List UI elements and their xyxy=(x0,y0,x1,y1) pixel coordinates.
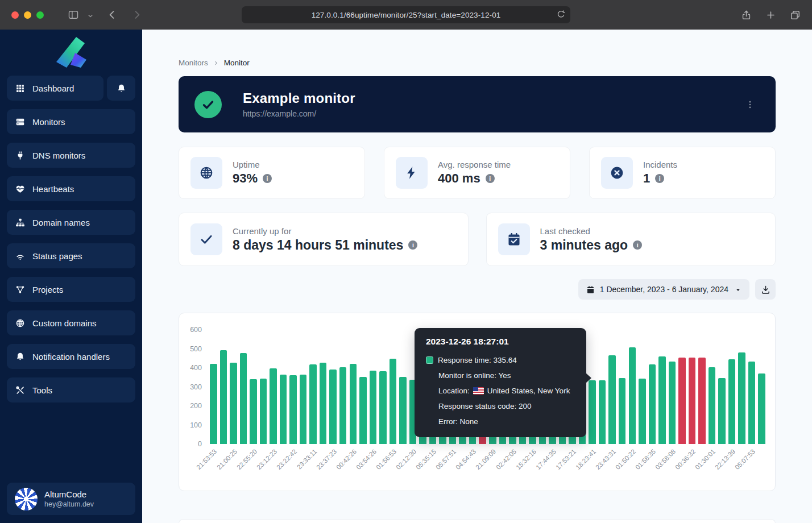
chevron-down-icon[interactable] xyxy=(87,11,94,18)
share-icon[interactable] xyxy=(741,10,752,20)
user-email: hey@altum.dev xyxy=(44,500,94,508)
info-icon[interactable]: i xyxy=(263,174,272,183)
chart-bar[interactable] xyxy=(619,378,626,444)
chart-bar[interactable] xyxy=(649,364,656,444)
chart-bar[interactable] xyxy=(289,375,297,444)
chart-bar[interactable] xyxy=(350,364,357,444)
chart-bar[interactable] xyxy=(250,379,257,444)
y-tick-label: 0 xyxy=(179,440,202,448)
chart-bar[interactable] xyxy=(320,363,327,444)
sidebar-item-dashboard[interactable]: Dashboard xyxy=(7,76,103,101)
chart-bar[interactable] xyxy=(300,375,307,444)
info-icon[interactable]: i xyxy=(486,174,495,183)
user-card[interactable]: AltumCode hey@altum.dev xyxy=(7,483,135,515)
chart-bar[interactable] xyxy=(599,380,606,444)
sidebar-item-notification-handlers[interactable]: Notification handlers xyxy=(7,344,135,369)
x-tick-label: 03:54:26 xyxy=(355,448,378,471)
main-area: Monitors Monitor Example monitor https:/… xyxy=(142,30,812,523)
back-button[interactable] xyxy=(106,9,118,20)
card-value: 8 days 14 hours 51 minutes xyxy=(233,238,403,253)
notifications-button[interactable] xyxy=(107,76,135,101)
card-incidents: Incidents1i xyxy=(589,147,776,199)
chart-bar[interactable] xyxy=(678,358,686,444)
chart-bar[interactable] xyxy=(280,375,287,444)
x-tick-label: 00:42:26 xyxy=(335,448,358,471)
date-range-button[interactable]: 1 December, 2023 - 6 January, 2024 xyxy=(578,279,749,300)
chart-bar[interactable] xyxy=(629,347,636,445)
chart-bar[interactable] xyxy=(658,356,666,444)
chart-bar[interactable] xyxy=(379,371,387,444)
reload-icon[interactable] xyxy=(556,10,566,19)
card-label: Last checked xyxy=(540,226,643,236)
address-bar[interactable]: 127.0.0.1/66uptime/monitor/25?start_date… xyxy=(242,6,570,23)
chart-bar[interactable] xyxy=(698,358,706,444)
chart-bar[interactable] xyxy=(709,367,716,444)
sidebar-item-heartbeats[interactable]: Heartbeats xyxy=(7,176,135,201)
chart-bar[interactable] xyxy=(339,367,347,444)
chart-bar[interactable] xyxy=(359,377,367,444)
sidebar-item-label: Projects xyxy=(32,285,63,294)
forward-button[interactable] xyxy=(131,9,143,20)
breadcrumb: Monitors Monitor xyxy=(179,59,776,67)
tab-overview-icon[interactable] xyxy=(790,10,801,20)
sidebar-item-tools[interactable]: Tools xyxy=(7,377,135,402)
sidebar-item-label: Custom domains xyxy=(32,318,97,328)
chart-bar[interactable] xyxy=(329,370,337,444)
x-tick-label: 23:37:23 xyxy=(315,448,338,471)
info-icon[interactable]: i xyxy=(633,240,642,250)
x-tick-label: 02:42:05 xyxy=(495,448,517,471)
sidebar-item-label: Heartbeats xyxy=(32,184,74,194)
minimize-window-button[interactable] xyxy=(24,11,31,19)
chart-bar[interactable] xyxy=(689,358,696,444)
new-tab-icon[interactable] xyxy=(765,10,776,20)
chart-bar[interactable] xyxy=(370,371,377,444)
export-button[interactable] xyxy=(755,279,776,300)
card-currently-up-for: Currently up for8 days 14 hours 51 minut… xyxy=(179,213,469,266)
sidebar-item-label: DNS monitors xyxy=(32,151,85,160)
x-tick-label: 01:30:01 xyxy=(694,448,716,471)
chart-bar[interactable] xyxy=(240,353,247,444)
chart-bar[interactable] xyxy=(309,364,317,444)
chart-bar[interactable] xyxy=(589,380,596,444)
chart-bar[interactable] xyxy=(639,379,646,444)
sidebar-item-dns-monitors[interactable]: DNS monitors xyxy=(7,143,135,168)
x-tick-label: 21:53:53 xyxy=(196,448,218,471)
chart-bar[interactable] xyxy=(399,377,407,444)
heart-pulse-icon xyxy=(15,184,25,194)
sidebar: DashboardMonitorsDNS monitorsHeartbeatsD… xyxy=(0,30,142,523)
chart-bar[interactable] xyxy=(758,373,765,444)
y-tick-label: 600 xyxy=(179,326,202,334)
sidebar-item-status-pages[interactable]: Status pages xyxy=(7,243,135,268)
chart-bar[interactable] xyxy=(738,352,745,444)
breadcrumb-monitors-link[interactable]: Monitors xyxy=(179,59,208,67)
x-tick-label: 15:32:16 xyxy=(515,448,537,471)
chart-bar[interactable] xyxy=(260,379,267,444)
card-avg-response-time: Avg. response time400 msi xyxy=(384,147,570,199)
chart-bar[interactable] xyxy=(748,362,756,444)
sidebar-item-monitors[interactable]: Monitors xyxy=(7,109,135,134)
chart-bar[interactable] xyxy=(220,350,227,444)
chart-bar[interactable] xyxy=(210,364,217,444)
info-icon[interactable]: i xyxy=(408,240,417,250)
chart-bar[interactable] xyxy=(390,359,397,444)
card-label: Currently up for xyxy=(233,226,417,236)
chart-bar[interactable] xyxy=(608,355,616,444)
chart-bar[interactable] xyxy=(669,362,676,444)
sidebar-item-projects[interactable]: Projects xyxy=(7,277,135,302)
chart-bar[interactable] xyxy=(718,378,726,444)
x-tick-label: 05:07:53 xyxy=(734,448,757,471)
monitor-menu-button[interactable] xyxy=(745,99,755,110)
close-window-button[interactable] xyxy=(11,11,19,19)
chart-bar[interactable] xyxy=(270,368,277,444)
zoom-window-button[interactable] xyxy=(36,11,44,19)
us-flag-icon xyxy=(473,387,484,395)
sidebar-item-custom-domains[interactable]: Custom domains xyxy=(7,310,135,335)
info-icon[interactable]: i xyxy=(655,174,664,183)
share-nodes-icon xyxy=(15,285,25,294)
tools-icon xyxy=(15,385,25,395)
x-tick-label: 05:35:15 xyxy=(415,448,437,471)
sidebar-item-domain-names[interactable]: Domain names xyxy=(7,210,135,235)
chart-bar[interactable] xyxy=(230,363,237,444)
chart-bar[interactable] xyxy=(728,359,736,444)
sidebar-toggle-icon[interactable] xyxy=(68,9,79,20)
